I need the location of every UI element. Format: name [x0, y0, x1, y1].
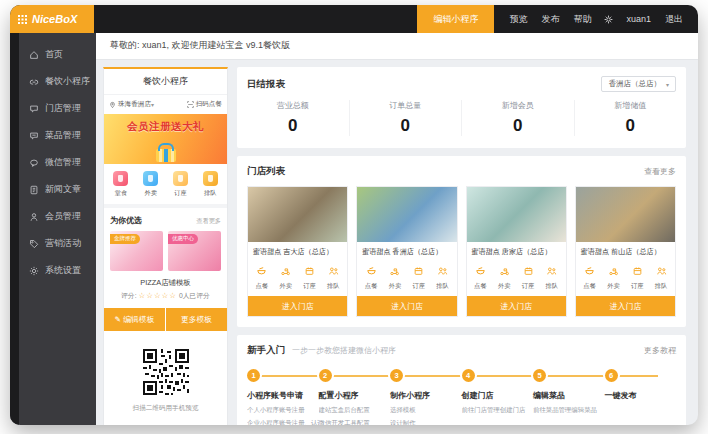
rating-count: 0人已评分 — [179, 292, 210, 299]
store-name: 蜜语甜点 前山店（总店） — [576, 242, 675, 259]
sidebar-item-miniprogram[interactable]: 餐饮小程序 — [19, 68, 96, 95]
guide-substep-link[interactable]: 建站宝盒后台配置 — [319, 406, 391, 415]
people-icon — [437, 266, 448, 276]
store-list-more-link[interactable]: 查看更多 — [644, 166, 676, 177]
store-card: 蜜语甜点 唐家店（总店） 点餐 外卖 订座 排队 进入门店 — [466, 186, 567, 317]
store-name: 蜜语甜点 唐家店（总店） — [467, 242, 566, 259]
store-card: 蜜语甜点 前山店（总店） 点餐 外卖 订座 排队 进入门店 — [575, 186, 676, 317]
more-templates-button[interactable]: 更多模板 — [166, 308, 227, 331]
product-image[interactable]: 优惠中心 — [168, 231, 221, 271]
sidebar-item-dishes[interactable]: 菜品管理 — [19, 122, 96, 149]
action-queue[interactable]: 排队 — [540, 262, 564, 291]
edit-miniprogram-button[interactable]: 编辑小程序 — [417, 5, 494, 33]
action-reserve[interactable]: 订座 — [407, 262, 431, 291]
scooter-icon — [280, 266, 291, 276]
reserve-icon — [173, 171, 188, 186]
bowl-icon — [366, 266, 377, 276]
guide-title: 新手入门 — [247, 344, 285, 357]
guide-substep-link[interactable]: 选择模板 — [390, 406, 462, 415]
action-order[interactable]: 点餐 — [578, 262, 602, 291]
sidebar-item-members[interactable]: 会员管理 — [19, 203, 96, 230]
edit-template-button[interactable]: ✎ 编辑模板 — [104, 308, 165, 331]
step-number: 6 — [605, 369, 618, 382]
person-icon — [29, 212, 39, 222]
preview-link[interactable]: 预览 — [509, 13, 527, 26]
sidebar-item-settings[interactable]: 系统设置 — [19, 257, 96, 284]
promo-banner[interactable]: 会员注册送大礼 — [104, 114, 227, 164]
action-reserve[interactable]: 订座 — [298, 262, 322, 291]
step-number: 5 — [533, 369, 546, 382]
store-filter-dropdown[interactable]: 香洲店（总店） ▾ — [601, 76, 676, 92]
guide-substep-link[interactable]: 设计制作 — [390, 419, 462, 426]
brand-name: NiceBoX — [32, 13, 77, 25]
action-reserve[interactable]: 订座 — [516, 262, 540, 291]
getting-started-card: 新手入门 一步一步教您搭建微信小程序 更多教程 1 小程序账号申请 个人小程序账… — [237, 335, 686, 425]
action-queue[interactable]: 排队 — [431, 262, 455, 291]
preview-panel-title: 餐饮小程序 — [104, 69, 227, 95]
guide-substep-link[interactable]: 个人小程序账号注册 — [247, 406, 319, 415]
miniprogram-nav: 堂食 外卖 订座 排队 — [104, 164, 227, 204]
sidebar-item-news[interactable]: 新闻文章 — [19, 176, 96, 203]
report-metrics: 营业总额 0 订单总量 0 新增会员 0 — [237, 98, 686, 148]
sidebar-nav: 首页 餐饮小程序 门店管理 菜品管理 微信管理 新闻文章 — [10, 33, 96, 425]
enter-store-button[interactable]: 进入门店 — [357, 296, 456, 316]
guide-more-link[interactable]: 更多教程 — [644, 345, 676, 356]
store-name: 蜜语甜点 香洲店（总店） — [357, 242, 456, 259]
action-takeout[interactable]: 外卖 — [274, 262, 298, 291]
bowl-icon — [584, 266, 595, 276]
people-icon — [328, 266, 339, 276]
settings-gear-icon[interactable] — [604, 15, 613, 24]
sidebar-item-marketing[interactable]: 营销活动 — [19, 230, 96, 257]
product-image[interactable]: 金牌推荐 — [110, 231, 163, 271]
store-name: 蜜语甜点 吉大店（总店） — [248, 242, 347, 259]
action-takeout[interactable]: 外卖 — [492, 262, 516, 291]
action-order[interactable]: 点餐 — [469, 262, 493, 291]
guide-substep-link[interactable]: 微信开发工具配置 — [319, 419, 391, 426]
product-tag: 金牌推荐 — [110, 234, 140, 244]
guide-substep-link[interactable]: 前往门店管理创建门店 — [462, 406, 534, 415]
metric-new-members: 新增会员 0 — [461, 100, 574, 136]
enter-store-button[interactable]: 进入门店 — [248, 296, 347, 316]
product-tag: 优惠中心 — [168, 234, 198, 244]
enter-store-button[interactable]: 进入门店 — [467, 296, 566, 316]
username-link[interactable]: xuan1 — [626, 14, 651, 24]
nav-queue[interactable]: 排队 — [195, 171, 225, 198]
tag-icon — [29, 239, 39, 249]
promo-banner-title: 会员注册送大礼 — [104, 120, 227, 134]
pencil-icon: ✎ — [115, 315, 122, 324]
action-reserve[interactable]: 订座 — [625, 262, 649, 291]
enter-store-button[interactable]: 进入门店 — [576, 296, 675, 316]
nav-dinein[interactable]: 堂食 — [106, 171, 136, 198]
sidebar-item-wechat[interactable]: 微信管理 — [19, 149, 96, 176]
step-number: 3 — [390, 369, 403, 382]
daily-report-card: 日结报表 香洲店（总店） ▾ 营业总额 0 — [237, 67, 686, 148]
sidebar-item-stores[interactable]: 门店管理 — [19, 95, 96, 122]
store-list-card: 门店列表 查看更多 蜜语甜点 吉大店（总店） 点餐 外卖 — [237, 156, 686, 327]
rating-stars: ☆☆☆☆☆ — [138, 291, 177, 300]
guide-substep-link[interactable]: 前往菜品管理编辑菜品 — [533, 406, 605, 415]
action-takeout[interactable]: 外卖 — [602, 262, 626, 291]
help-link[interactable]: 帮助 — [573, 13, 591, 26]
sidebar-item-home[interactable]: 首页 — [19, 41, 96, 68]
guide-substep-link[interactable]: 企业小程序账号注册、认证 — [247, 419, 319, 426]
action-queue[interactable]: 排队 — [649, 262, 673, 291]
logout-link[interactable]: 退出 — [665, 13, 683, 26]
metric-orders: 订单总量 0 — [349, 100, 462, 136]
calendar-icon — [304, 266, 315, 276]
store-location-selector[interactable]: 珠海香洲店 — [118, 100, 151, 109]
people-icon — [546, 266, 557, 276]
top-menu: 预览 发布 帮助 xuan1 退出 — [494, 5, 698, 33]
action-order[interactable]: 点餐 — [250, 262, 274, 291]
action-takeout[interactable]: 外卖 — [383, 262, 407, 291]
qr-code — [141, 347, 191, 397]
publish-link[interactable]: 发布 — [541, 13, 559, 26]
action-order[interactable]: 点餐 — [359, 262, 383, 291]
guide-stepper: 1 小程序账号申请 个人小程序账号注册 企业小程序账号注册、认证 微信公众号注册… — [237, 363, 686, 425]
queue-icon — [203, 171, 218, 186]
picks-more-link[interactable]: 查看更多 — [196, 217, 221, 226]
nav-reserve[interactable]: 订座 — [166, 171, 196, 198]
scan-order-link[interactable]: 扫码点餐 — [187, 100, 222, 109]
action-queue[interactable]: 排队 — [321, 262, 345, 291]
nav-takeout[interactable]: 外卖 — [136, 171, 166, 198]
location-pin-icon — [109, 101, 116, 109]
